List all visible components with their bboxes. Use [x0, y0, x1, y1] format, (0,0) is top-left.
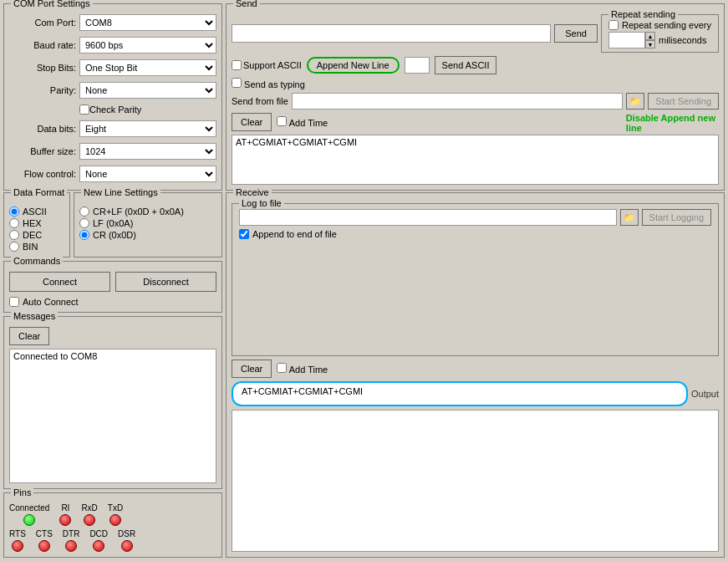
pins-panel: Pins Connected RI RxD TxD [3, 492, 222, 558]
append-new-line-button[interactable]: Append New Line [307, 57, 400, 74]
pin-txd-led [109, 514, 121, 526]
log-to-file-panel: Log to file 📁 Start Logging Append to en… [232, 203, 719, 356]
stop-label: Stop Bits: [9, 63, 76, 73]
recv-add-time-checkbox[interactable] [277, 363, 287, 373]
check-parity-checkbox[interactable] [79, 105, 89, 115]
messages-text-area: Connected to COM8 [9, 349, 216, 483]
add-time-label[interactable]: Add Time [277, 116, 328, 128]
port-label: Com Port: [9, 18, 76, 28]
send-as-typing-label[interactable]: Send as typing [232, 79, 305, 89]
data-format-panel: Data Format ASCII HEX DEC [3, 192, 70, 258]
check-parity-label: Check Parity [89, 105, 141, 115]
log-to-file-title: Log to file [239, 198, 284, 208]
repeat-label: Repeat sending every [622, 20, 711, 30]
bin-radio[interactable] [9, 242, 19, 252]
messages-panel: Messages Clear Connected to COM8 [3, 316, 222, 489]
receive-text-area: AT+CGMIAT+CGMIAT+CGMI [232, 381, 688, 406]
data-bits-select[interactable]: Eight [79, 120, 216, 137]
repeat-sending-checkbox[interactable] [608, 20, 619, 30]
receive-scroll-area [232, 410, 719, 553]
pin-connected-led [23, 514, 35, 526]
crlf-radio[interactable] [79, 207, 89, 217]
interval-input[interactable]: 1000 [608, 32, 645, 48]
com-port-settings: COM Port Settings Com Port: COM8 Baud ra… [3, 3, 222, 191]
buffer-select[interactable]: 1024 [79, 143, 216, 160]
messages-title: Messages [11, 311, 58, 321]
output-label: Output [691, 389, 719, 399]
new-line-title: New Line Settings [81, 187, 160, 197]
pin-rxd: RxD [81, 503, 97, 526]
receive-title: Receive [233, 187, 272, 197]
auto-connect-checkbox[interactable] [9, 297, 19, 307]
buffer-label: Buffer size: [9, 146, 76, 156]
pin-dtr-led [65, 540, 77, 552]
pin-ri: RI [59, 503, 71, 526]
com-port-select[interactable]: COM8 [79, 14, 216, 31]
pin-cts: CTS [36, 529, 53, 552]
pin-dcd-led [93, 540, 104, 552]
pin-txd: TxD [108, 503, 123, 526]
hex-radio[interactable] [9, 218, 19, 228]
send-button[interactable]: Send [554, 24, 598, 43]
data-format-title: Data Format [11, 187, 67, 197]
file-browse-button[interactable]: 📁 [626, 93, 644, 110]
append-to-file-label: Append to end of file [252, 229, 337, 239]
log-browse-button[interactable]: 📁 [620, 209, 639, 226]
pin-rts-led [12, 540, 23, 552]
repeat-sending-panel: Repeat sending Repeat sending every 1000… [601, 14, 719, 53]
interval-down[interactable]: ▼ [645, 40, 655, 48]
log-file-input[interactable] [239, 209, 617, 226]
receive-clear-button[interactable]: Clear [232, 360, 272, 378]
start-sending-button[interactable]: Start Sending [648, 93, 719, 110]
send-panel: Send AT+CGMI Send Repeat sending Repeat … [226, 3, 725, 191]
pin-rts: RTS [9, 529, 26, 552]
send-ascii-button[interactable]: Send ASCII [435, 56, 497, 74]
send-input[interactable]: AT+CGMI [232, 24, 551, 43]
commands-panel: Commands Connect Disconnect Auto Connect [3, 261, 222, 313]
baud-select[interactable]: 9600 bps [79, 37, 216, 54]
repeat-sending-title: Repeat sending [608, 9, 678, 19]
parity-label: Parity: [9, 85, 76, 95]
append-to-file-checkbox[interactable] [239, 229, 249, 239]
pin-dcd: DCD [89, 529, 108, 552]
pin-dsr-led [121, 540, 133, 552]
pin-dtr: DTR [63, 529, 80, 552]
pin-rxd-led [84, 514, 95, 526]
com-port-title: COM Port Settings [11, 0, 93, 8]
stop-select[interactable]: One Stop Bit [79, 59, 216, 76]
send-as-typing-checkbox[interactable] [232, 78, 242, 88]
send-from-file-label: Send from file [232, 96, 288, 106]
pin-cts-led [38, 540, 50, 552]
interval-up[interactable]: ▲ [645, 32, 655, 40]
support-ascii-label[interactable]: Support ASCII [232, 60, 302, 70]
new-line-settings-panel: New Line Settings CR+LF (0x0D + 0x0A) LF… [74, 192, 222, 258]
pin-dsr: DSR [118, 529, 135, 552]
ms-label: miliseconds [659, 35, 706, 45]
pins-title: Pins [11, 487, 33, 497]
lf-radio[interactable] [79, 218, 89, 228]
send-title: Send [233, 0, 260, 8]
pin-ri-led [59, 514, 71, 526]
pin-connected: Connected [9, 503, 49, 526]
commands-title: Commands [11, 256, 63, 266]
send-clear-button[interactable]: Clear [232, 113, 272, 131]
connect-button[interactable]: Connect [9, 272, 110, 292]
ascii-radio[interactable] [9, 207, 19, 217]
start-logging-button[interactable]: Start Logging [642, 209, 711, 226]
flow-select[interactable]: None [79, 166, 216, 182]
recv-add-time-label[interactable]: Add Time [277, 363, 328, 375]
dec-radio[interactable] [9, 230, 19, 240]
cr-radio[interactable] [79, 230, 89, 240]
auto-connect-label: Auto Connect [23, 297, 79, 307]
messages-clear-button[interactable]: Clear [9, 327, 49, 345]
parity-select[interactable]: None [79, 82, 216, 99]
send-file-input[interactable] [292, 93, 623, 110]
char-count-input[interactable]: 65 [405, 57, 430, 74]
data-bits-label: Data bits: [9, 124, 76, 134]
add-time-checkbox[interactable] [277, 116, 287, 126]
baud-label: Baud rate: [9, 40, 76, 50]
disconnect-button[interactable]: Disconnect [115, 272, 216, 292]
support-ascii-checkbox[interactable] [232, 60, 242, 70]
send-text-area: AT+CGMIAT+CGMIAT+CGMI [232, 135, 719, 185]
receive-panel: Receive Log to file 📁 Start Logging Appe… [226, 192, 725, 558]
